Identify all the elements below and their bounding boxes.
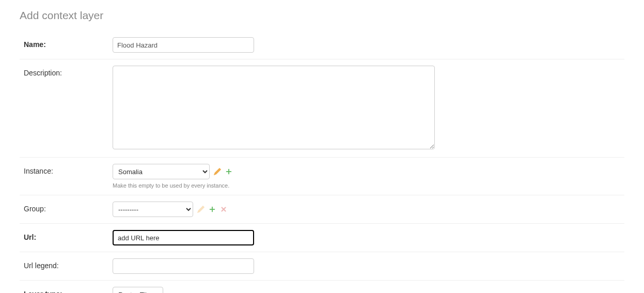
instance-select[interactable]: Somalia [113,164,210,179]
page-title: Add context layer [20,9,624,22]
label-name: Name: [20,37,113,49]
label-group: Group: [20,202,113,213]
row-url-legend: Url legend: [20,252,624,281]
x-icon[interactable] [220,206,227,213]
add-context-layer-form: Add context layer Name: Description: Ins… [0,0,644,293]
url-legend-input[interactable] [113,258,254,274]
row-name: Name: [20,34,624,59]
row-url: Url: [20,224,624,252]
label-url: Url: [20,230,113,241]
label-description: Description: [20,66,113,77]
group-select[interactable]: --------- [113,202,193,217]
plus-icon[interactable] [225,168,232,175]
row-description: Description: [20,59,624,158]
url-input[interactable] [113,230,254,245]
row-layer-type: Layer type: Raster Tile [20,281,624,293]
row-instance: Instance: Somalia Make this empty to be … [20,158,624,195]
label-layer-type: Layer type: [20,287,113,293]
pencil-icon[interactable] [197,206,205,213]
pencil-icon[interactable] [214,168,221,175]
label-url-legend: Url legend: [20,258,113,270]
description-textarea[interactable] [113,66,435,149]
instance-help-text: Make this empty to be used by every inst… [113,182,624,189]
row-group: Group: --------- [20,195,624,224]
name-input[interactable] [113,37,254,53]
layer-type-select[interactable]: Raster Tile [113,287,163,293]
plus-icon[interactable] [209,206,216,213]
label-instance: Instance: [20,164,113,175]
